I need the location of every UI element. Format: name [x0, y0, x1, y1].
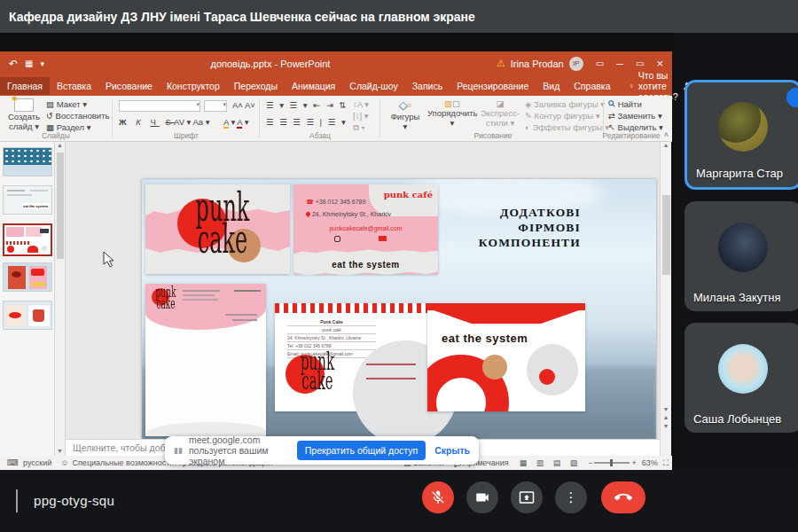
more-options-button[interactable]: ⋮: [555, 481, 587, 513]
tab-view[interactable]: Вид: [536, 77, 567, 95]
ppt-titlebar: ↶ ▦ ▾ доповідь.pptx - PowerPoint ⚠ Irina…: [0, 51, 672, 75]
slide-thumbnail-1[interactable]: [3, 147, 52, 176]
font-size-select[interactable]: ▾: [204, 100, 227, 112]
text-direction-icon[interactable]: ↕A ▾: [353, 99, 369, 109]
tab-animations[interactable]: Анимация: [285, 77, 342, 95]
screen-share-dialog: ▮▮ meet.google.com пользуется вашим экра…: [165, 436, 479, 465]
tab-record[interactable]: Запись: [405, 77, 450, 95]
canvas-scrollbar[interactable]: ▲ ▼ ▲ ▼: [660, 142, 671, 456]
envelope-front: Punk Cake punk café 24, Khmelnytsky St.,…: [275, 303, 428, 411]
font-color-icon[interactable]: A ▾ A ▾: [223, 117, 249, 127]
alignment-icons[interactable]: ☰ ☰ ☰ ☰ | ☰ ▾: [266, 117, 348, 127]
previous-slide-icon[interactable]: ▲: [661, 413, 671, 422]
tab-help[interactable]: Справка: [567, 77, 617, 95]
zoom-level[interactable]: 63%: [642, 458, 658, 467]
instagram-icon: [334, 236, 340, 242]
slide-thumbnail-2[interactable]: eat the system: [3, 185, 52, 215]
account-name[interactable]: Irina Prodan: [511, 59, 564, 69]
view-buttons[interactable]: ▦ ▥ ▤ ▧: [520, 458, 582, 467]
tab-transitions[interactable]: Переходы: [227, 77, 285, 95]
char-spacing-icon[interactable]: AV ▾ Aa ▾: [174, 117, 210, 127]
fit-slide-icon[interactable]: ⛶: [663, 458, 669, 468]
zoom-in-icon[interactable]: +: [631, 458, 636, 467]
end-call-button[interactable]: [601, 481, 645, 513]
keyboard-language-icon[interactable]: ⌨: [7, 458, 19, 467]
bullets-numbering-icons[interactable]: ☰ ▾ ☰ ▾ ⇤ ⇥ ⇅: [266, 100, 348, 110]
mouse-cursor: [103, 251, 115, 269]
font-group-label: Шрифт: [115, 131, 257, 140]
slide-canvas[interactable]: punkcake punk café ☎ +38 012 345 6789 24…: [142, 179, 656, 441]
shapes-button[interactable]: ◇▫ Фигуры▾: [387, 98, 424, 131]
collapse-ribbon-icon[interactable]: ˄: [664, 130, 669, 139]
participant-tile-1[interactable]: Маргарита Стар: [685, 80, 798, 190]
participant-name: Милана Закутня: [693, 291, 781, 304]
slide-thumbnail-5[interactable]: [3, 301, 52, 330]
quick-styles-icon: ◪: [497, 98, 505, 108]
meeting-code: ppg-otyg-squ: [34, 493, 114, 508]
new-slide-button[interactable]: ✱ Создатьслайд ▾: [7, 98, 41, 131]
present-button[interactable]: [511, 481, 543, 513]
warning-icon[interactable]: ⚠: [497, 58, 505, 69]
tab-draw[interactable]: Рисование: [98, 77, 160, 95]
ppt-ribbon-tabs: Главная Вставка Рисование Конструктор Пе…: [0, 75, 672, 96]
shape-outline-button[interactable]: ✎ Контур фигуры ▾: [525, 111, 599, 121]
start-slideshow-icon[interactable]: ▦: [25, 59, 33, 68]
hide-share-bar-button[interactable]: Скрыть: [434, 445, 470, 456]
mic-button[interactable]: [422, 481, 454, 513]
language-status[interactable]: русский: [23, 458, 51, 467]
zoom-slider[interactable]: [594, 462, 630, 464]
shared-screen: ↶ ▦ ▾ доповідь.pptx - PowerPoint ⚠ Irina…: [0, 33, 674, 470]
slide-thumbnail-3-selected[interactable]: [3, 223, 52, 256]
italic-button[interactable]: К: [136, 117, 145, 127]
editing-group-label: Редактирование: [596, 131, 667, 140]
close-button[interactable]: ×: [656, 57, 663, 70]
bold-button[interactable]: Ж: [119, 117, 130, 127]
brand-logo: punkcake: [184, 193, 261, 254]
tab-home[interactable]: Главная: [0, 77, 50, 95]
arrange-icon: ▨▢: [444, 98, 460, 108]
align-text-icon[interactable]: [↕] ▾: [353, 111, 368, 121]
font-name-select[interactable]: ▾: [119, 100, 200, 112]
minimize-button[interactable]: ─: [616, 59, 623, 69]
thumbnail-scrollbar[interactable]: ▲ ▼: [55, 142, 66, 456]
quick-styles-button[interactable]: ◪ Экспресс-стили ▾: [479, 98, 521, 128]
find-button[interactable]: Найти: [608, 99, 642, 109]
reset-button[interactable]: ↺ Восстановить: [46, 111, 109, 121]
slide-heading: ДОДАТКОВІ ФІРМОВІ КОМПОНЕНТИ: [426, 206, 581, 251]
scrollbar-thumb[interactable]: [57, 153, 64, 259]
meet-bottom-bar: ppg-otyg-squ: [0, 470, 798, 532]
restore-button[interactable]: ▭: [636, 59, 644, 68]
underline-button[interactable]: Ч: [150, 117, 159, 127]
shape-fill-button[interactable]: ◈ Заливка фигуры ▾: [525, 99, 605, 109]
tab-insert[interactable]: Вставка: [50, 77, 98, 95]
scroll-up-icon[interactable]: ▲: [55, 142, 65, 148]
next-slide-icon[interactable]: ▼: [661, 422, 671, 431]
search-icon: [608, 100, 615, 107]
ribbon-display-options-icon[interactable]: ▭: [596, 59, 604, 68]
participant-tile-2[interactable]: Милана Закутня: [685, 201, 798, 311]
slides-group-label: Слайды: [7, 131, 105, 140]
slide-thumbnail-4[interactable]: [3, 262, 52, 292]
grow-font-icon[interactable]: A˄ A˅: [232, 100, 255, 110]
scroll-up-icon[interactable]: ▲: [661, 142, 671, 148]
more-vert-icon: ⋮: [565, 489, 578, 505]
camera-button[interactable]: [466, 481, 498, 513]
zoom-out-icon[interactable]: −: [588, 458, 592, 467]
scroll-down-icon[interactable]: ▼: [55, 448, 65, 454]
account-avatar[interactable]: IP: [569, 57, 583, 71]
replace-button[interactable]: ⇄ Заменить ▾: [608, 111, 662, 121]
tab-design[interactable]: Конструктор: [160, 77, 227, 95]
tab-slideshow[interactable]: Слайд-шоу: [342, 77, 404, 95]
tab-review[interactable]: Рецензирование: [450, 77, 536, 95]
ppt-ribbon: ✱ Создатьслайд ▾ ▤ Макет ▾ ↺ Восстановит…: [0, 96, 672, 142]
participant-name: Саша Лобынцев: [693, 412, 781, 426]
scrollbar-thumb[interactable]: [662, 195, 670, 275]
participant-tile-3[interactable]: Саша Лобынцев: [685, 323, 798, 433]
scroll-down-icon[interactable]: ▼: [661, 405, 671, 414]
participant-avatar: [718, 344, 768, 394]
slogan-text: eat the system: [442, 332, 528, 345]
stop-sharing-button[interactable]: Прекратить общий доступ: [297, 441, 426, 460]
layout-button[interactable]: ▤ Макет ▾: [46, 99, 87, 109]
arrange-button[interactable]: ▨▢ Упорядочить▾: [427, 98, 477, 128]
undo-icon[interactable]: ↶: [9, 58, 18, 70]
